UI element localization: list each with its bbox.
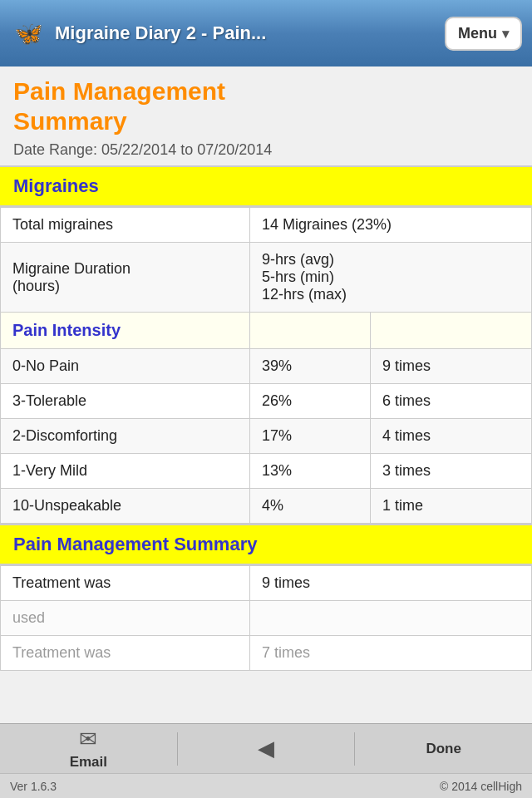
pain-0-pct: 39% bbox=[250, 349, 371, 384]
page-title-section: Pain Management Summary Date Range: 05/2… bbox=[0, 66, 532, 165]
table-row: Migraine Duration(hours) 9-hrs (avg)5-hr… bbox=[1, 243, 532, 313]
pain-1-label: 1-Very Mild bbox=[1, 454, 250, 489]
table-row: 0-No Pain 39% 9 times bbox=[1, 349, 532, 384]
pain-3-pct: 26% bbox=[250, 384, 371, 419]
table-row: 10-Unspeakable 4% 1 time bbox=[1, 489, 532, 524]
pain-1-count: 3 times bbox=[370, 454, 531, 489]
pain-3-label: 3-Tolerable bbox=[1, 384, 250, 419]
treatment-was-2-label: Treatment was bbox=[1, 636, 250, 671]
app-title: Migraine Diary 2 - Pain... bbox=[55, 22, 266, 44]
table-row: Treatment was 7 times bbox=[1, 636, 532, 671]
pain-mgmt-section-header: Pain Management Summary bbox=[0, 524, 532, 565]
migraines-table: Total migraines 14 Migraines (23%) Migra… bbox=[0, 207, 532, 524]
migraines-section-header: Migraines bbox=[0, 165, 532, 207]
pain-10-pct: 4% bbox=[250, 489, 371, 524]
menu-button[interactable]: Menu ▾ bbox=[445, 17, 522, 51]
table-row: 3-Tolerable 26% 6 times bbox=[1, 384, 532, 419]
pain-10-label: 10-Unspeakable bbox=[1, 489, 250, 524]
pain-2-label: 2-Discomforting bbox=[1, 419, 250, 454]
back-button[interactable]: ◀ bbox=[178, 736, 355, 761]
back-icon: ◀ bbox=[258, 736, 274, 761]
pain-3-count: 6 times bbox=[370, 384, 531, 419]
total-migraines-label: Total migraines bbox=[1, 208, 250, 243]
used-value bbox=[250, 601, 532, 636]
app-icon: 🦋 bbox=[10, 15, 47, 52]
pain-intensity-pct-header bbox=[250, 313, 371, 349]
pain-0-count: 9 times bbox=[370, 349, 531, 384]
page-title: Pain Management Summary bbox=[13, 76, 519, 136]
copyright-text: © 2014 cellHigh bbox=[440, 780, 522, 793]
duration-value: 9-hrs (avg)5-hrs (min)12-hrs (max) bbox=[250, 243, 532, 313]
used-label: used bbox=[1, 601, 250, 636]
table-row: 2-Discomforting 17% 4 times bbox=[1, 419, 532, 454]
pain-mgmt-table: Treatment was 9 times used Treatment was… bbox=[0, 565, 532, 671]
table-row: 1-Very Mild 13% 3 times bbox=[1, 454, 532, 489]
email-icon: ✉ bbox=[79, 727, 97, 752]
pain-intensity-count-header bbox=[370, 313, 531, 349]
total-migraines-value: 14 Migraines (23%) bbox=[250, 208, 532, 243]
email-label: Email bbox=[70, 754, 107, 771]
pain-10-count: 1 time bbox=[370, 489, 531, 524]
app-header: 🦋 Migraine Diary 2 - Pain... Menu ▾ bbox=[0, 0, 532, 66]
toolbar: ✉ Email ◀ Done bbox=[0, 723, 532, 773]
main-content: Pain Management Summary Date Range: 05/2… bbox=[0, 66, 532, 723]
pain-intensity-header-row: Pain Intensity bbox=[1, 313, 532, 349]
email-button[interactable]: ✉ Email bbox=[0, 727, 177, 771]
pain-intensity-label: Pain Intensity bbox=[1, 313, 250, 349]
table-row: Total migraines 14 Migraines (23%) bbox=[1, 208, 532, 243]
header-left: 🦋 Migraine Diary 2 - Pain... bbox=[10, 15, 266, 52]
version-text: Ver 1.6.3 bbox=[10, 780, 57, 793]
treatment-was-2-value: 7 times bbox=[250, 636, 532, 671]
done-button[interactable]: Done bbox=[355, 741, 532, 757]
table-row: Treatment was 9 times bbox=[1, 566, 532, 601]
done-label: Done bbox=[426, 741, 461, 757]
treatment-was-value: 9 times bbox=[250, 566, 532, 601]
pain-2-pct: 17% bbox=[250, 419, 371, 454]
duration-label: Migraine Duration(hours) bbox=[1, 243, 250, 313]
pain-2-count: 4 times bbox=[370, 419, 531, 454]
pain-1-pct: 13% bbox=[250, 454, 371, 489]
version-bar: Ver 1.6.3 © 2014 cellHigh bbox=[0, 773, 532, 798]
chevron-down-icon: ▾ bbox=[502, 26, 509, 42]
menu-label: Menu bbox=[458, 25, 497, 42]
pain-0-label: 0-No Pain bbox=[1, 349, 250, 384]
table-row: used bbox=[1, 601, 532, 636]
date-range: Date Range: 05/22/2014 to 07/20/2014 bbox=[13, 141, 519, 159]
treatment-was-label: Treatment was bbox=[1, 566, 250, 601]
